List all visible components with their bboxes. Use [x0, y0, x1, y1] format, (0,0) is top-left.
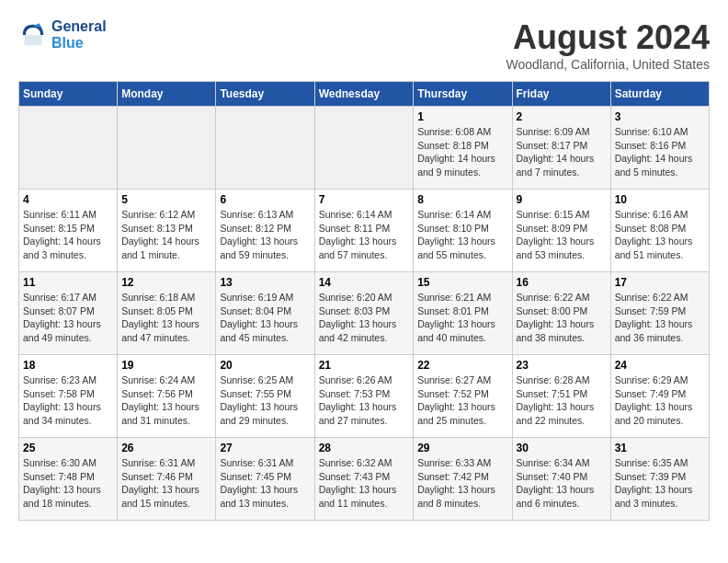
calendar-cell: 14Sunrise: 6:20 AM Sunset: 8:03 PM Dayli…: [314, 272, 414, 355]
calendar-cell: [216, 107, 314, 190]
day-number: 12: [121, 276, 211, 289]
month-year-title: August 2024: [506, 18, 710, 57]
weekday-header-sunday: Sunday: [19, 82, 118, 107]
day-number: 30: [517, 442, 607, 454]
calendar-week-2: 4Sunrise: 6:11 AM Sunset: 8:15 PM Daylig…: [19, 190, 710, 272]
weekday-header-tuesday: Tuesday: [216, 82, 314, 107]
day-number: 20: [220, 359, 310, 372]
calendar-cell: 24Sunrise: 6:29 AM Sunset: 7:49 PM Dayli…: [610, 355, 709, 438]
day-info: Sunrise: 6:21 AM Sunset: 8:01 PM Dayligh…: [417, 291, 507, 345]
calendar-cell: [118, 107, 216, 190]
logo-text-line2: Blue: [51, 35, 107, 52]
day-number: 23: [517, 359, 607, 372]
day-info: Sunrise: 6:15 AM Sunset: 8:09 PM Dayligh…: [517, 208, 607, 262]
day-number: 25: [23, 442, 113, 454]
calendar-cell: 22Sunrise: 6:27 AM Sunset: 7:52 PM Dayli…: [414, 355, 512, 438]
calendar-cell: 1Sunrise: 6:08 AM Sunset: 8:18 PM Daylig…: [414, 107, 512, 190]
calendar-cell: [314, 107, 414, 190]
calendar-table: SundayMondayTuesdayWednesdayThursdayFrid…: [18, 81, 710, 521]
calendar-cell: 29Sunrise: 6:33 AM Sunset: 7:42 PM Dayli…: [414, 438, 512, 521]
day-number: 26: [121, 442, 211, 454]
calendar-week-4: 18Sunrise: 6:23 AM Sunset: 7:58 PM Dayli…: [19, 355, 710, 438]
day-info: Sunrise: 6:29 AM Sunset: 7:49 PM Dayligh…: [615, 373, 705, 428]
calendar-cell: 27Sunrise: 6:31 AM Sunset: 7:45 PM Dayli…: [216, 438, 314, 521]
day-info: Sunrise: 6:23 AM Sunset: 7:58 PM Dayligh…: [23, 373, 113, 428]
day-number: 27: [220, 442, 310, 454]
calendar-cell: 2Sunrise: 6:09 AM Sunset: 8:17 PM Daylig…: [512, 107, 610, 190]
day-info: Sunrise: 6:10 AM Sunset: 8:16 PM Dayligh…: [615, 125, 705, 179]
calendar-cell: 4Sunrise: 6:11 AM Sunset: 8:15 PM Daylig…: [19, 190, 118, 272]
day-number: 4: [23, 193, 113, 206]
day-number: 9: [517, 193, 607, 206]
calendar-cell: 23Sunrise: 6:28 AM Sunset: 7:51 PM Dayli…: [512, 355, 610, 438]
calendar-week-3: 11Sunrise: 6:17 AM Sunset: 8:07 PM Dayli…: [19, 272, 710, 355]
day-number: 7: [319, 193, 410, 206]
day-number: 2: [517, 110, 607, 123]
day-info: Sunrise: 6:16 AM Sunset: 8:08 PM Dayligh…: [615, 208, 705, 262]
calendar-cell: 15Sunrise: 6:21 AM Sunset: 8:01 PM Dayli…: [414, 272, 512, 355]
day-number: 14: [319, 276, 410, 289]
day-info: Sunrise: 6:34 AM Sunset: 7:40 PM Dayligh…: [517, 456, 607, 511]
day-info: Sunrise: 6:31 AM Sunset: 7:45 PM Dayligh…: [220, 456, 310, 511]
weekday-header-row: SundayMondayTuesdayWednesdayThursdayFrid…: [19, 82, 710, 107]
day-number: 5: [121, 193, 211, 206]
day-number: 11: [23, 276, 113, 289]
day-info: Sunrise: 6:26 AM Sunset: 7:53 PM Dayligh…: [319, 373, 410, 428]
calendar-cell: 12Sunrise: 6:18 AM Sunset: 8:05 PM Dayli…: [118, 272, 216, 355]
calendar-cell: [19, 107, 118, 190]
day-number: 16: [517, 276, 607, 289]
day-number: 28: [319, 442, 410, 454]
logo-icon: [18, 20, 48, 50]
weekday-header-monday: Monday: [118, 82, 216, 107]
calendar-cell: 28Sunrise: 6:32 AM Sunset: 7:43 PM Dayli…: [314, 438, 414, 521]
day-number: 13: [220, 276, 310, 289]
day-number: 3: [615, 110, 705, 123]
svg-rect-1: [24, 35, 41, 45]
day-info: Sunrise: 6:20 AM Sunset: 8:03 PM Dayligh…: [319, 291, 410, 345]
day-number: 21: [319, 359, 410, 372]
day-info: Sunrise: 6:22 AM Sunset: 8:00 PM Dayligh…: [517, 291, 607, 345]
weekday-header-thursday: Thursday: [414, 82, 512, 107]
calendar-cell: 26Sunrise: 6:31 AM Sunset: 7:46 PM Dayli…: [118, 438, 216, 521]
day-number: 6: [220, 193, 310, 206]
day-info: Sunrise: 6:33 AM Sunset: 7:42 PM Dayligh…: [417, 456, 507, 511]
calendar-cell: 11Sunrise: 6:17 AM Sunset: 8:07 PM Dayli…: [19, 272, 118, 355]
day-info: Sunrise: 6:24 AM Sunset: 7:56 PM Dayligh…: [121, 373, 211, 428]
calendar-cell: 30Sunrise: 6:34 AM Sunset: 7:40 PM Dayli…: [512, 438, 610, 521]
calendar-cell: 7Sunrise: 6:14 AM Sunset: 8:11 PM Daylig…: [314, 190, 414, 272]
day-number: 31: [615, 442, 705, 454]
day-info: Sunrise: 6:09 AM Sunset: 8:17 PM Dayligh…: [517, 125, 607, 179]
day-number: 15: [417, 276, 507, 289]
day-info: Sunrise: 6:08 AM Sunset: 8:18 PM Dayligh…: [417, 125, 507, 179]
day-number: 1: [417, 110, 507, 123]
day-info: Sunrise: 6:14 AM Sunset: 8:10 PM Dayligh…: [417, 208, 507, 262]
calendar-cell: 19Sunrise: 6:24 AM Sunset: 7:56 PM Dayli…: [118, 355, 216, 438]
day-info: Sunrise: 6:17 AM Sunset: 8:07 PM Dayligh…: [23, 291, 113, 345]
day-info: Sunrise: 6:11 AM Sunset: 8:15 PM Dayligh…: [23, 208, 113, 262]
page-header: General Blue August 2024 Woodland, Calif…: [18, 18, 710, 72]
calendar-cell: 9Sunrise: 6:15 AM Sunset: 8:09 PM Daylig…: [512, 190, 610, 272]
day-info: Sunrise: 6:13 AM Sunset: 8:12 PM Dayligh…: [220, 208, 310, 262]
calendar-cell: 20Sunrise: 6:25 AM Sunset: 7:55 PM Dayli…: [216, 355, 314, 438]
day-number: 22: [417, 359, 507, 372]
calendar-week-1: 1Sunrise: 6:08 AM Sunset: 8:18 PM Daylig…: [19, 107, 710, 190]
calendar-cell: 10Sunrise: 6:16 AM Sunset: 8:08 PM Dayli…: [610, 190, 709, 272]
day-info: Sunrise: 6:19 AM Sunset: 8:04 PM Dayligh…: [220, 291, 310, 345]
calendar-cell: 6Sunrise: 6:13 AM Sunset: 8:12 PM Daylig…: [216, 190, 314, 272]
logo: General Blue: [18, 18, 107, 51]
day-number: 29: [417, 442, 507, 454]
day-number: 19: [121, 359, 211, 372]
calendar-cell: 16Sunrise: 6:22 AM Sunset: 8:00 PM Dayli…: [512, 272, 610, 355]
weekday-header-saturday: Saturday: [610, 82, 709, 107]
title-block: August 2024 Woodland, California, United…: [506, 18, 710, 72]
day-info: Sunrise: 6:22 AM Sunset: 7:59 PM Dayligh…: [615, 291, 705, 345]
weekday-header-friday: Friday: [512, 82, 610, 107]
day-number: 8: [417, 193, 507, 206]
calendar-cell: 13Sunrise: 6:19 AM Sunset: 8:04 PM Dayli…: [216, 272, 314, 355]
day-number: 10: [615, 193, 705, 206]
day-number: 24: [615, 359, 705, 372]
calendar-cell: 3Sunrise: 6:10 AM Sunset: 8:16 PM Daylig…: [610, 107, 709, 190]
calendar-cell: 5Sunrise: 6:12 AM Sunset: 8:13 PM Daylig…: [118, 190, 216, 272]
calendar-cell: 21Sunrise: 6:26 AM Sunset: 7:53 PM Dayli…: [314, 355, 414, 438]
day-info: Sunrise: 6:32 AM Sunset: 7:43 PM Dayligh…: [319, 456, 410, 511]
